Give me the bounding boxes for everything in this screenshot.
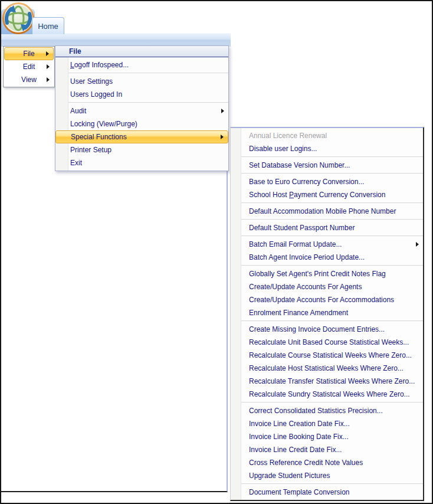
special-functions-separator xyxy=(241,402,423,403)
special-functions-item-label: Recalculate Unit Based Course Statistica… xyxy=(249,338,409,346)
file-menu-item[interactable]: Exit xyxy=(55,156,228,169)
file-menu-header: File xyxy=(55,46,228,57)
special-functions-item-label: Invoice Line Credit Date Fix... xyxy=(249,446,342,454)
special-functions-separator xyxy=(241,235,423,237)
special-functions-item-label: Set Database Version Number... xyxy=(249,161,350,169)
app-button[interactable] xyxy=(2,2,35,35)
special-functions-separator xyxy=(241,173,423,174)
special-functions-item-label: Batch Agent Invoice Period Update... xyxy=(249,253,365,261)
special-functions-item-label: Enrolment Finance Amendment xyxy=(249,309,348,317)
special-functions-item[interactable]: School Host Payment Currency Conversion xyxy=(231,188,423,201)
file-menu-item[interactable]: Special Functions xyxy=(55,130,228,143)
special-functions-item-label: Create/Update Accounts For Accommodation… xyxy=(249,296,394,304)
file-menu-separator xyxy=(68,102,228,103)
file-menu-item[interactable]: Printer Setup xyxy=(55,143,228,156)
special-functions-item[interactable]: Upgrade Student Pictures xyxy=(231,469,423,482)
special-functions-item[interactable]: Cross Reference Credit Note Values xyxy=(231,456,423,469)
special-functions-item[interactable]: Default Accommodation Mobile Phone Numbe… xyxy=(231,205,423,218)
tab-home-label: Home xyxy=(38,22,58,31)
file-menu-item-label: Logoff Infospeed... xyxy=(70,61,129,69)
file-menu-item-label: Users Logged In xyxy=(70,90,122,99)
submenu-arrow-icon xyxy=(221,109,224,113)
special-functions-item-label: Default Accommodation Mobile Phone Numbe… xyxy=(249,207,396,215)
submenu-arrow-icon xyxy=(416,242,419,247)
submenu-arrow-icon xyxy=(47,77,50,82)
special-functions-item-label: Correct Consolidated Statistics Precisio… xyxy=(249,407,383,415)
special-functions-item[interactable]: Recalculate Host Statistical Weeks Where… xyxy=(231,362,423,375)
submenu-arrow-icon xyxy=(46,51,49,56)
file-menu-item[interactable]: User Settings xyxy=(55,75,228,88)
special-functions-item-label: Recalculate Transfer Statistical Weeks W… xyxy=(249,377,415,385)
special-functions-item-label: Create/Update Accounts For Agents xyxy=(249,283,362,291)
special-functions-item-label: Invoice Line Booking Date Fix... xyxy=(249,433,349,441)
special-functions-item-label: Batch Email Format Update... xyxy=(249,240,342,248)
root-menu-item-label: View xyxy=(21,73,37,86)
special-functions-separator xyxy=(241,202,423,204)
special-functions-item[interactable]: Invoice Line Credit Date Fix... xyxy=(231,443,423,456)
special-functions-item[interactable]: Set Database Version Number... xyxy=(231,159,423,172)
special-functions-item-label: Document Template Conversion xyxy=(249,488,350,496)
root-menu-item-label: Edit xyxy=(23,60,35,73)
special-functions-item-label: Upgrade Student Pictures xyxy=(249,472,330,480)
special-functions-item[interactable]: Globally Set Agent's Print Credit Notes … xyxy=(231,267,423,280)
file-menu-item[interactable]: Logoff Infospeed... xyxy=(55,58,228,71)
root-menu-item[interactable]: Edit xyxy=(4,60,54,73)
special-functions-item-label: Recalculate Host Statistical Weeks Where… xyxy=(249,364,404,372)
special-functions-item[interactable]: Batch Agent Invoice Period Update... xyxy=(231,251,423,264)
special-functions-item[interactable]: Recalculate Sundry Statistcal Weeks Wher… xyxy=(231,388,423,401)
special-functions-item[interactable]: Default Student Passport Number xyxy=(231,221,423,234)
special-functions-item-label: Base to Euro Currency Conversion... xyxy=(249,178,364,186)
root-menu: FileEditView xyxy=(3,46,55,87)
file-menu-item-label: Locking (View/Purge) xyxy=(70,120,137,128)
special-functions-item[interactable]: Recalculate Course Statistical Weeks Whe… xyxy=(231,349,423,362)
file-menu-body: Logoff Infospeed...User SettingsUsers Lo… xyxy=(55,57,228,171)
root-menu-item[interactable]: View xyxy=(4,73,54,86)
application-window: Home FileEditView File Logoff Infospeed.… xyxy=(0,0,433,504)
special-functions-item-label: Invoice Line Creation Date Fix... xyxy=(249,420,350,428)
submenu-arrow-icon xyxy=(221,135,224,139)
root-menu-item[interactable]: File xyxy=(4,47,54,60)
special-functions-separator xyxy=(241,219,423,220)
special-functions-item-label: Default Student Passport Number xyxy=(249,224,355,232)
file-menu-item-label: Special Functions xyxy=(71,133,127,141)
special-functions-item[interactable]: Recalculate Transfer Statistical Weeks W… xyxy=(231,375,423,388)
special-functions-item-label: Recalculate Course Statistical Weeks Whe… xyxy=(249,351,412,359)
special-functions-item[interactable]: Invoice Line Creation Date Fix... xyxy=(231,417,423,430)
file-menu-item-label: Exit xyxy=(70,159,82,167)
special-functions-item-label: Create Missing Invoice Document Entries.… xyxy=(249,325,385,333)
special-functions-item[interactable]: Disable user Logins... xyxy=(231,142,423,155)
file-menu-separator xyxy=(68,73,228,74)
special-functions-item[interactable]: Create Missing Invoice Document Entries.… xyxy=(231,323,423,336)
special-functions-menu: Annual Licence RenewalDisable user Login… xyxy=(230,127,424,501)
file-menu-item-label: User Settings xyxy=(70,77,113,86)
tab-home[interactable]: Home xyxy=(32,17,64,34)
special-functions-item[interactable]: Enrolment Finance Amendment xyxy=(231,306,423,319)
special-functions-item-label: Recalculate Sundry Statistcal Weeks Wher… xyxy=(249,390,410,398)
special-functions-item-label: Disable user Logins... xyxy=(249,145,317,153)
ribbon-band xyxy=(1,33,231,47)
special-functions-separator xyxy=(241,265,423,266)
special-functions-item[interactable]: Batch Email Format Update... xyxy=(231,238,423,251)
file-menu-item[interactable]: Audit xyxy=(55,104,228,117)
file-menu-item[interactable]: Users Logged In xyxy=(55,88,228,101)
special-functions-item[interactable]: Invoice Line Booking Date Fix... xyxy=(231,430,423,443)
special-functions-item[interactable]: Base to Euro Currency Conversion... xyxy=(231,175,423,188)
root-menu-item-label: File xyxy=(23,48,34,60)
submenu-arrow-icon xyxy=(47,64,50,69)
special-functions-item[interactable]: Correct Consolidated Statistics Precisio… xyxy=(231,404,423,417)
file-menu-item[interactable]: Locking (View/Purge) xyxy=(55,117,228,130)
globe-sync-icon xyxy=(2,2,35,35)
special-functions-menu-body: Annual Licence RenewalDisable user Login… xyxy=(231,128,423,500)
file-menu: File Logoff Infospeed...User SettingsUse… xyxy=(55,45,229,171)
special-functions-item[interactable]: Document Template Conversion xyxy=(231,486,423,499)
special-functions-item-label: Cross Reference Credit Note Values xyxy=(249,459,363,467)
file-menu-item-label: Audit xyxy=(70,107,86,115)
special-functions-separator xyxy=(241,320,423,322)
special-functions-separator xyxy=(241,156,423,158)
special-functions-item-label: School Host Payment Currency Conversion xyxy=(249,191,385,199)
special-functions-item[interactable]: Create/Update Accounts For Accommodation… xyxy=(231,293,423,306)
special-functions-separator xyxy=(241,483,423,485)
special-functions-item[interactable]: Recalculate Unit Based Course Statistica… xyxy=(231,336,423,349)
special-functions-item[interactable]: Create/Update Accounts For Agents xyxy=(231,280,423,293)
special-functions-item-label: Globally Set Agent's Print Credit Notes … xyxy=(249,270,386,278)
